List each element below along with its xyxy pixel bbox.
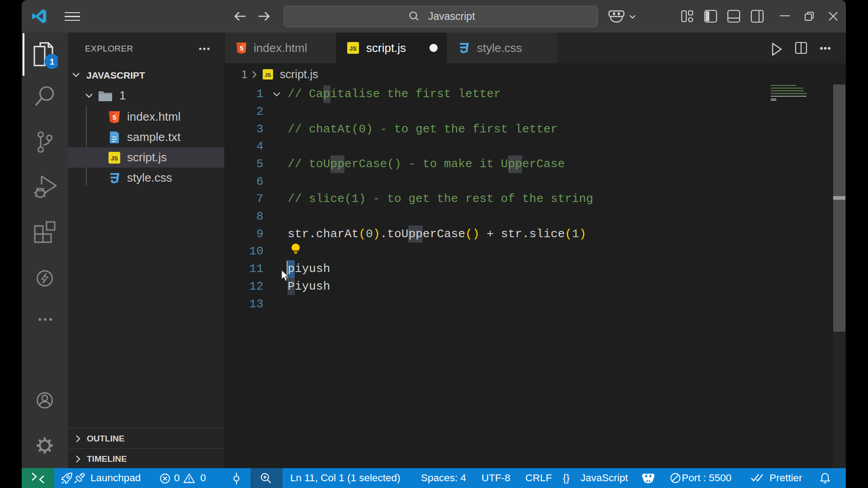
svg-text:JS: JS (349, 45, 357, 52)
svg-text:5: 5 (113, 113, 116, 121)
svg-text:5: 5 (240, 45, 243, 52)
svg-text:JS: JS (264, 72, 271, 78)
svg-text:1: 1 (50, 57, 55, 66)
svg-text:JS: JS (111, 155, 118, 162)
